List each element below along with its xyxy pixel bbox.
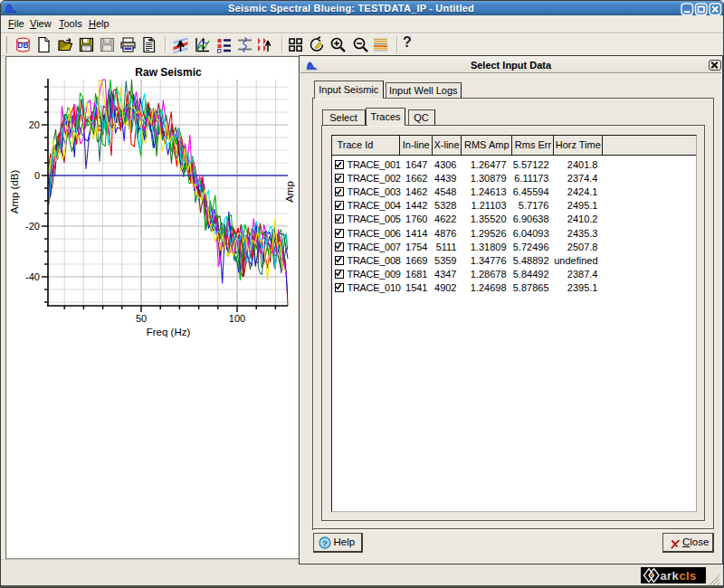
svg-text:-40: -40 — [25, 271, 40, 282]
svg-text:?: ? — [322, 538, 328, 548]
svg-text:cls: cls — [680, 569, 697, 583]
svg-text:Freq (Hz): Freq (Hz) — [147, 327, 191, 337]
svg-text:-20: -20 — [25, 221, 40, 232]
svg-text:DB: DB — [17, 41, 28, 50]
svg-text:50: 50 — [136, 313, 147, 324]
svg-text:100: 100 — [229, 313, 245, 324]
svg-text:Amp (dB): Amp (dB) — [9, 170, 20, 214]
svg-text:Raw Seismic: Raw Seismic — [135, 66, 202, 79]
svg-text:ark: ark — [661, 569, 680, 583]
svg-text:20: 20 — [29, 119, 40, 130]
svg-text:0: 0 — [34, 170, 40, 181]
svg-text:Amp: Amp — [284, 181, 295, 203]
